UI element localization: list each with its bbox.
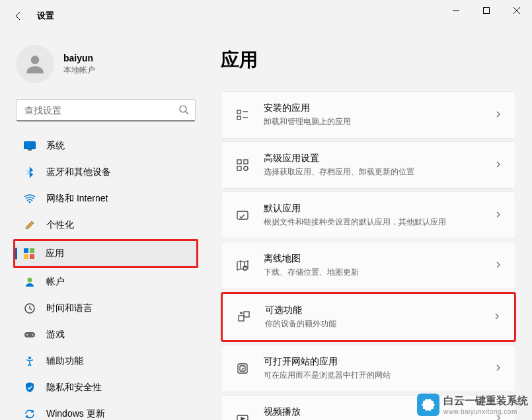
chevron-right-icon	[494, 363, 502, 374]
svg-rect-21	[237, 110, 241, 114]
sidebar-item-label: 应用	[46, 248, 64, 260]
chevron-right-icon	[494, 109, 502, 121]
card-title: 离线地图	[264, 253, 494, 265]
chevron-right-icon	[493, 311, 501, 323]
svg-rect-25	[237, 160, 241, 164]
accessibility-icon	[24, 355, 36, 367]
sidebar-item-label: 蓝牙和其他设备	[46, 166, 111, 178]
settings-card[interactable]: 安装的应用 卸载和管理电脑上的应用	[221, 91, 516, 139]
sidebar-item-apps[interactable]: 应用	[15, 241, 196, 266]
card-desc: 下载、存储位置、地图更新	[264, 267, 494, 278]
window-title: 设置	[37, 10, 54, 22]
svg-point-4	[31, 55, 40, 64]
svg-rect-16	[24, 332, 35, 337]
svg-point-5	[180, 106, 186, 112]
card-icon	[235, 207, 250, 223]
card-icon	[235, 157, 250, 173]
apps-icon	[23, 248, 35, 260]
profile-section[interactable]: baiyun 本地帐户	[13, 45, 205, 83]
card-icon	[235, 107, 250, 123]
svg-rect-12	[24, 254, 28, 259]
card-title: 高级应用设置	[264, 153, 494, 164]
network-icon	[24, 193, 36, 205]
sidebar-item-accessibility[interactable]: 辅助功能	[16, 349, 196, 374]
card-title: 可选功能	[265, 304, 493, 316]
card-title: 可打开网站的应用	[264, 356, 494, 368]
back-button[interactable]	[5, 3, 32, 29]
watermark-text: 白云一键重装系统	[443, 394, 528, 408]
svg-point-18	[32, 333, 33, 335]
search-input[interactable]	[16, 99, 196, 122]
sidebar-item-gaming[interactable]: 游戏	[16, 322, 196, 347]
personalize-icon	[24, 219, 36, 231]
sidebar-item-label: 辅助功能	[46, 355, 83, 367]
card-desc: 卸载和管理电脑上的应用	[264, 116, 494, 127]
svg-point-20	[28, 357, 31, 359]
settings-card[interactable]: 默认应用 根据文件和链接种类设置的默认应用，其他默认应用	[221, 192, 516, 239]
page-title: 应用	[221, 48, 516, 73]
card-desc: 你的设备的额外功能	[265, 318, 493, 330]
sidebar-item-network[interactable]: 网络和 Internet	[16, 186, 196, 211]
card-icon	[235, 361, 250, 376]
search-icon	[178, 104, 189, 118]
sidebar-item-system[interactable]: 系统	[16, 133, 196, 158]
sidebar-item-personalize[interactable]: 个性化	[16, 213, 196, 238]
settings-card[interactable]: 离线地图 下载、存储位置、地图更新	[221, 242, 516, 289]
sidebar-item-update[interactable]: Windows 更新	[16, 402, 196, 420]
sidebar-item-label: 网络和 Internet	[46, 193, 108, 205]
svg-rect-34	[240, 366, 245, 371]
svg-rect-13	[30, 254, 34, 259]
watermark-url: www.baiyunxitong.com	[443, 408, 528, 415]
svg-rect-8	[28, 149, 32, 151]
sidebar-item-bluetooth[interactable]: 蓝牙和其他设备	[16, 160, 196, 185]
svg-rect-26	[237, 166, 241, 170]
close-button[interactable]	[502, 0, 532, 21]
card-icon	[236, 309, 252, 325]
accounts-icon	[24, 276, 36, 288]
card-desc: 选择获取应用、存档应用、卸载更新的位置	[264, 166, 494, 178]
profile-name: baiyun	[63, 53, 95, 63]
sidebar: baiyun 本地帐户 系统蓝牙和其他设备网络和 Internet个性化应用帐户…	[0, 32, 205, 420]
card-title: 安装的应用	[264, 102, 494, 114]
svg-line-6	[186, 112, 188, 114]
svg-rect-33	[238, 364, 247, 373]
svg-rect-27	[244, 160, 248, 164]
svg-rect-29	[237, 211, 248, 219]
settings-card[interactable]: 高级应用设置 选择获取应用、存档应用、卸载更新的位置	[221, 141, 516, 189]
card-icon	[235, 411, 250, 420]
minimize-button[interactable]	[441, 0, 471, 21]
svg-rect-7	[24, 142, 36, 149]
svg-rect-1	[484, 8, 490, 14]
time-icon	[24, 302, 36, 314]
watermark: 白云一键重装系统 www.baiyunxitong.com	[417, 394, 528, 416]
card-desc: 可在应用而不是浏览器中打开的网站	[264, 370, 494, 381]
settings-card[interactable]: 可打开网站的应用 可在应用而不是浏览器中打开的网站	[221, 345, 516, 392]
svg-point-19	[32, 335, 34, 336]
profile-type: 本地帐户	[63, 65, 95, 76]
maximize-button[interactable]	[471, 0, 502, 21]
sidebar-item-privacy[interactable]: 隐私和安全性	[16, 375, 196, 400]
sidebar-item-label: 个性化	[46, 219, 74, 231]
svg-point-28	[244, 166, 248, 170]
card-title: 默认应用	[264, 203, 494, 215]
svg-rect-31	[239, 316, 244, 321]
sidebar-item-label: 隐私和安全性	[46, 382, 102, 394]
svg-rect-22	[237, 116, 241, 120]
sidebar-item-label: 时间和语言	[46, 302, 93, 314]
privacy-icon	[24, 382, 36, 394]
svg-rect-10	[24, 248, 28, 253]
system-icon	[24, 140, 36, 152]
svg-point-9	[29, 201, 31, 203]
chevron-right-icon	[494, 209, 502, 221]
gaming-icon	[24, 329, 36, 341]
svg-point-17	[26, 334, 28, 335]
sidebar-item-time[interactable]: 时间和语言	[16, 296, 196, 321]
settings-card[interactable]: 可选功能 你的设备的额外功能	[223, 294, 514, 340]
chevron-right-icon	[494, 260, 502, 271]
sidebar-item-label: 帐户	[46, 276, 65, 288]
svg-point-14	[28, 278, 32, 283]
chevron-right-icon	[494, 159, 502, 171]
avatar	[16, 45, 54, 83]
main-content: 应用 安装的应用 卸载和管理电脑上的应用 高级应用设置 选择获取应用、存档应用、…	[205, 32, 532, 420]
sidebar-item-accounts[interactable]: 帐户	[16, 269, 196, 295]
